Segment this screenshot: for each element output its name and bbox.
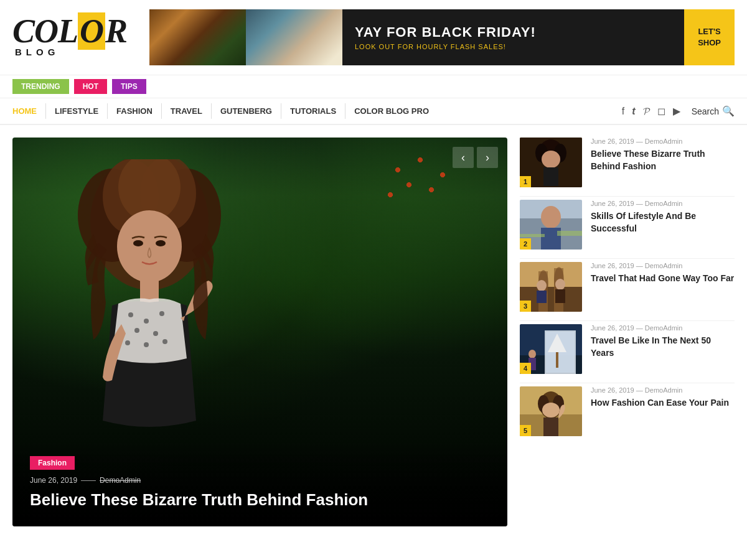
svg-rect-38 [537,291,547,303]
main-slider: ‹ › Fashion June 26, 2019 —— DemoAdmin B… [12,138,507,526]
person-svg [31,159,268,464]
svg-point-15 [125,340,130,345]
trending-tag[interactable]: TRENDING [12,79,69,94]
sidebar-post-4-meta: June 26, 2019 — DemoAdmin [591,324,735,332]
pinterest-icon[interactable]: 𝓟 [643,106,650,117]
twitter-icon[interactable]: t [632,106,635,117]
sidebar-thumb-1: 1 [520,138,582,187]
sidebar-post-5-meta: June 26, 2019 — DemoAdmin [591,386,735,394]
svg-point-53 [542,403,560,418]
sidebar-post-5-title[interactable]: How Fashion Can Ease Your Pain [591,397,735,409]
slider-author: DemoAdmin [100,476,141,485]
svg-rect-29 [557,231,582,236]
ad-image-left [149,9,246,65]
sidebar-post-3-title[interactable]: Travel That Had Gone Way Too Far [591,273,735,285]
person-figure [31,159,268,464]
tips-tag[interactable]: TIpS [112,79,146,94]
svg-point-7 [133,240,143,246]
sidebar-post-3-meta: June 26, 2019 — DemoAdmin [591,262,735,269]
ad-headline: YAY FOR BLACK FRIDAY! [355,24,672,40]
sidebar-post-1-title[interactable]: Believe These Bizarre Truth Behind Fashi… [591,148,735,172]
search-area[interactable]: Search 🔍 [692,105,735,117]
svg-rect-23 [543,167,558,186]
svg-point-14 [153,331,158,336]
svg-point-8 [156,240,166,246]
ad-banner: YAY FOR BLACK FRIDAY! LOOK OUT FOR HOURL… [149,9,735,65]
search-label: Search [692,106,719,116]
sidebar-thumb-3: 3 [520,262,582,312]
thumb-num-3: 3 [520,301,531,312]
sidebar-post-4: 4 June 26, 2019 — DemoAdmin Travel Be Li… [520,324,735,383]
post-meta-slider: June 26, 2019 —— DemoAdmin [30,476,490,485]
sidebar-post-5-info: June 26, 2019 — DemoAdmin How Fashion Ca… [591,386,735,409]
sidebar-post-4-info: June 26, 2019 — DemoAdmin Travel Be Like… [591,324,735,359]
svg-rect-39 [555,289,565,303]
sidebar-post-3: 3 June 26, 2019 — DemoAdmin Travel That … [520,262,735,321]
thumb-num-1: 1 [520,176,531,187]
slider-overlay: Fashion June 26, 2019 —— DemoAdmin Belie… [12,441,507,526]
ad-cta-button[interactable]: LET'S SHOP [684,9,735,65]
sidebar-thumb-4: 4 [520,324,582,374]
svg-rect-28 [520,234,545,237]
svg-point-10 [128,312,133,317]
tag-nav: TRENDING HOT TIpS [0,75,747,98]
sidebar-post-3-info: June 26, 2019 — DemoAdmin Travel That Ha… [591,262,735,285]
sidebar-post-5: 5 June 26, 2019 — DemoAdmin How Fashion … [520,386,735,445]
main-nav: HOME LIFESTYLE FASHION TRAVEL GUTENBERG … [0,98,747,125]
slider-title[interactable]: Believe These Bizarre Truth Behind Fashi… [30,490,490,511]
sidebar-thumb-2: 2 [520,200,582,250]
nav-lifestyle[interactable]: LIFESTYLE [46,103,108,119]
ad-text-area: YAY FOR BLACK FRIDAY! LOOK OUT FOR HOURL… [342,9,684,65]
social-icons: f t 𝓟 ◻ ▶ [622,105,680,117]
slider-arrows: ‹ › [453,147,498,168]
nav-fashion[interactable]: FASHION [108,103,162,119]
svg-point-11 [144,319,149,324]
nav-gutenberg[interactable]: GUTENBERG [212,103,281,119]
svg-point-22 [542,151,560,168]
berries-layer [383,150,458,200]
facebook-icon[interactable]: f [622,106,624,117]
svg-point-6 [117,210,182,282]
sidebar-post-4-title[interactable]: Travel Be Like In The Next 50 Years [591,335,735,359]
nav-home[interactable]: HOME [12,103,46,119]
sidebar-thumb-5: 5 [520,386,582,436]
svg-point-17 [162,339,167,344]
sidebar-post-1-meta: June 26, 2019 — DemoAdmin [591,138,735,145]
sidebar-post-1-info: June 26, 2019 — DemoAdmin Believe These … [591,138,735,172]
ad-image-right [246,9,342,65]
sidebar-post-2: 2 June 26, 2019 — DemoAdmin Skills Of Li… [520,200,735,259]
slider-date: June 26, 2019 [30,476,77,485]
svg-point-12 [159,311,164,316]
logo-color-text: COLOR [12,17,137,46]
ad-subtext: LOOK OUT FOR HOURLY FLASH SALES! [355,43,672,50]
svg-rect-45 [556,352,558,368]
prev-arrow[interactable]: ‹ [453,147,474,168]
sidebar-post-2-title[interactable]: Skills Of Lifestyle And Be Successful [591,210,735,235]
instagram-icon[interactable]: ◻ [657,105,665,117]
svg-point-13 [134,328,139,333]
category-tag[interactable]: Fashion [30,456,75,470]
nav-items: HOME LIFESTYLE FASHION TRAVEL GUTENBERG … [12,103,622,119]
hot-tag[interactable]: HOT [74,79,107,94]
svg-point-26 [541,206,561,228]
header: COLOR BLOG YAY FOR BLACK FRIDAY! LOOK OU… [0,0,747,75]
content-area: ‹ › Fashion June 26, 2019 —— DemoAdmin B… [0,125,747,539]
thumb-num-4: 4 [520,363,531,374]
slider-divider: —— [81,476,96,485]
youtube-icon[interactable]: ▶ [673,105,680,117]
sidebar: 1 June 26, 2019 — DemoAdmin Believe Thes… [520,138,735,526]
svg-point-36 [537,280,547,291]
search-icon: 🔍 [722,105,735,117]
sidebar-post-2-meta: June 26, 2019 — DemoAdmin [591,200,735,207]
svg-point-37 [555,279,565,290]
svg-point-16 [144,342,149,347]
nav-colorblogpro[interactable]: COLOR BLOG PRO [345,103,438,119]
svg-rect-54 [543,418,558,436]
thumb-num-5: 5 [520,425,531,436]
nav-tutorials[interactable]: TUTORIALS [281,103,345,119]
logo: COLOR BLOG [12,17,137,58]
next-arrow[interactable]: › [477,147,498,168]
sidebar-post-2-info: June 26, 2019 — DemoAdmin Skills Of Life… [591,200,735,235]
nav-travel[interactable]: TRAVEL [162,103,212,119]
svg-point-46 [529,350,536,358]
